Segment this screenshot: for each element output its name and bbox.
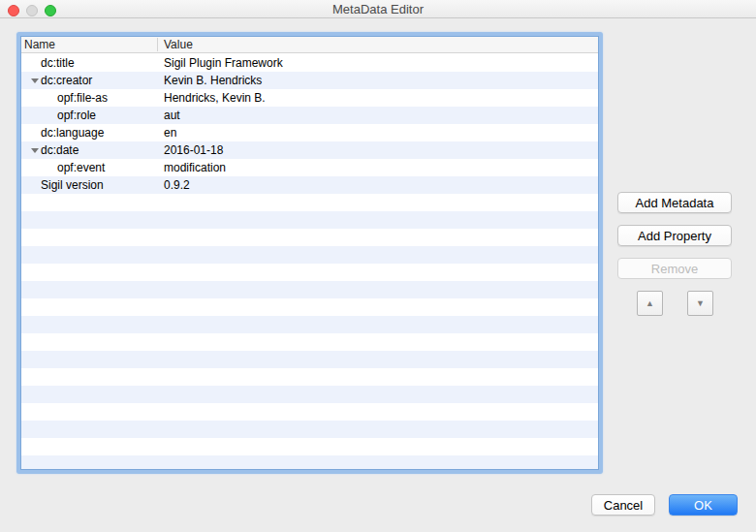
table-row-empty [21,298,598,316]
table-row[interactable]: dc:languageen [21,124,598,141]
column-divider[interactable] [157,38,158,51]
cell-value: 0.9.2 [164,176,190,194]
table-row-empty [21,438,598,455]
cell-name: opf:role [57,107,96,124]
table-row-empty [21,229,598,246]
cell-value: en [164,124,176,141]
table-row-empty [21,264,598,281]
add-property-button[interactable]: Add Property [617,225,732,246]
table-row-empty [21,211,598,229]
table-row-empty [21,386,598,403]
cell-value: modification [164,159,226,176]
column-header-name[interactable]: Name [24,37,55,53]
cell-name: opf:event [57,159,105,176]
table-body: dc:titleSigil Plugin Frameworkdc:creator… [21,54,598,469]
table-row-empty [21,246,598,264]
cell-name: dc:creator [41,72,92,89]
column-header-value[interactable]: Value [164,37,193,53]
down-arrow-icon: ▼ [696,298,705,308]
cell-name: Sigil version [41,176,104,194]
disclosure-triangle-icon[interactable] [31,148,39,153]
cancel-button[interactable]: Cancel [591,494,655,516]
move-up-button[interactable]: ▲ [637,291,663,316]
cell-value: Sigil Plugin Framework [164,54,283,72]
table-header: Name Value [21,37,598,53]
table-row[interactable]: dc:creatorKevin B. Hendricks [21,72,598,89]
table-row[interactable]: dc:titleSigil Plugin Framework [21,54,598,72]
table-row-empty [21,403,598,421]
window-title: MetaData Editor [0,2,756,16]
move-down-button[interactable]: ▼ [687,291,713,316]
cell-value: Kevin B. Hendricks [164,72,262,89]
cell-name: dc:date [41,141,79,159]
table-row-empty [21,351,598,368]
cell-value: aut [164,107,180,124]
cell-value: Hendricks, Kevin B. [164,89,266,107]
disclosure-triangle-icon[interactable] [31,78,39,83]
table-row-empty [21,316,598,333]
cell-name: dc:title [41,54,75,72]
table-row[interactable]: opf:roleaut [21,107,598,124]
table-row[interactable]: opf:file-asHendricks, Kevin B. [21,89,598,107]
table-row[interactable]: opf:eventmodification [21,159,598,176]
table-row-empty [21,421,598,438]
metadata-table[interactable]: Name Value dc:titleSigil Plugin Framewor… [20,36,599,470]
table-row-empty [21,455,598,470]
metadata-table-focus-ring: Name Value dc:titleSigil Plugin Framewor… [16,32,603,474]
remove-button[interactable]: Remove [617,258,732,279]
cell-value: 2016-01-18 [164,141,223,159]
add-metadata-button[interactable]: Add Metadata [617,192,732,213]
table-row[interactable]: Sigil version0.9.2 [21,176,598,194]
ok-button[interactable]: OK [669,494,738,516]
table-row-empty [21,281,598,298]
table-row[interactable]: dc:date2016-01-18 [21,141,598,159]
cell-name: opf:file-as [57,89,108,107]
up-arrow-icon: ▲ [646,298,654,308]
table-row-empty [21,368,598,386]
cell-name: dc:language [41,124,104,141]
titlebar: MetaData Editor [0,0,756,18]
table-row-empty [21,333,598,351]
table-row-empty [21,194,598,211]
